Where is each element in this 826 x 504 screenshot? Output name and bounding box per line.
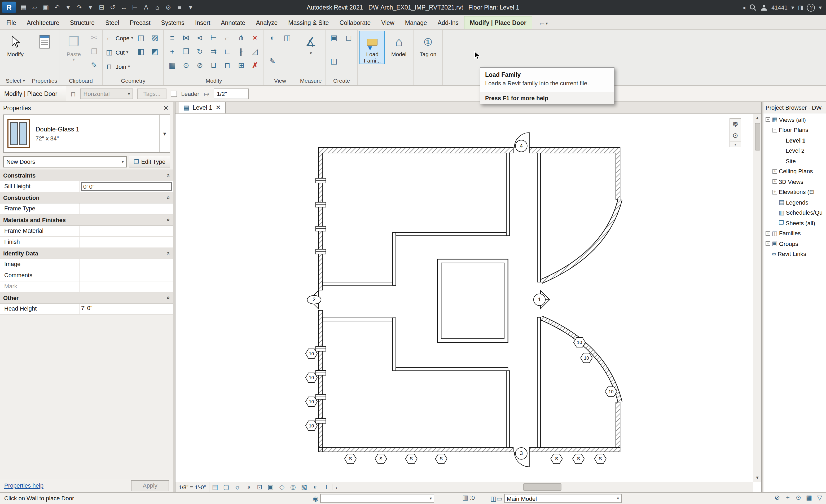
measure-icon[interactable]: ↔ (118, 4, 129, 11)
default-3d-view-icon[interactable]: ⌂ (152, 4, 163, 11)
select-pinned-icon[interactable]: ⊙ (793, 494, 804, 501)
expand-box-icon[interactable]: + (766, 241, 770, 246)
leader-checkbox[interactable] (170, 90, 177, 97)
collapse-arrow-icon[interactable]: ◂ (743, 4, 746, 11)
view-tab-level-1[interactable]: ▤ Level 1 ✕ (179, 102, 226, 113)
press-drag-icon[interactable]: + (782, 494, 793, 501)
property-value[interactable] (79, 281, 173, 292)
sync-icon[interactable]: ↺ (107, 4, 118, 11)
tags-button[interactable]: Tags... (137, 88, 167, 99)
property-group-header[interactable]: Constraints« (0, 170, 173, 181)
constraints-icon[interactable]: ⊥ (321, 483, 332, 491)
tab-view[interactable]: View (376, 16, 400, 29)
scrollbar-thumb[interactable] (523, 483, 562, 491)
tree-item-level-2[interactable]: Level 2 (763, 145, 826, 156)
tree-item-ceiling-plans[interactable]: +Ceiling Plans (763, 166, 826, 177)
revit-logo-icon[interactable]: R (2, 2, 16, 13)
collapse-chevron-icon[interactable]: « (165, 174, 172, 177)
tab-structure[interactable]: Structure (65, 16, 100, 29)
load-family-button[interactable]: ▼ Load Fami... (360, 31, 385, 64)
expand-box-icon[interactable]: + (772, 169, 777, 174)
copy-icon[interactable]: ❐ (87, 45, 101, 58)
collapse-chevron-icon[interactable]: « (165, 218, 172, 222)
cope-button[interactable]: ⌐Cope▾ (105, 31, 133, 45)
navbar-more-icon[interactable]: ▾ (730, 141, 741, 147)
filter-select[interactable]: New Doors▾ (3, 156, 127, 167)
unpin-icon[interactable]: ⊘ (193, 58, 206, 72)
type-selector[interactable]: Double-Glass 1 72" x 84" ▾ (3, 115, 170, 152)
property-group-header[interactable]: Materials and Finishes« (0, 215, 173, 226)
collapse-box-icon[interactable]: − (766, 117, 770, 122)
username[interactable]: 41441 (771, 4, 787, 11)
tree-item-sheets-all-[interactable]: ❐Sheets (all) (763, 218, 826, 228)
thin-lines-icon[interactable]: ≡ (174, 4, 185, 11)
detail-level-icon[interactable]: ▤ (210, 483, 221, 491)
tree-item-legends[interactable]: ▤Legends (763, 197, 826, 207)
scroll-up-icon[interactable]: ▲ (753, 114, 761, 122)
door-symbols[interactable] (309, 133, 550, 467)
modify-button[interactable]: Modify (3, 31, 28, 58)
properties-help-link[interactable]: Properties help (4, 482, 44, 489)
hidden-elements-icon[interactable]: ◐ (266, 31, 279, 45)
copy-element-icon[interactable]: ❐ (179, 45, 193, 58)
active-option-icon[interactable]: ▭ (496, 495, 503, 502)
align-icon[interactable]: ≡ (166, 31, 179, 45)
create-similar-icon[interactable]: ◻ (342, 31, 355, 45)
beam-cope-icon[interactable]: ⊓ (221, 58, 234, 72)
tree-item-3d-views[interactable]: +3D Views (763, 177, 826, 187)
property-value[interactable] (79, 259, 173, 270)
interior-walls[interactable] (322, 153, 540, 448)
tab-architecture[interactable]: Architecture (21, 16, 65, 29)
demolish-icon[interactable]: ▨ (148, 31, 162, 45)
model-in-place-button[interactable]: ⌂ Model (386, 31, 412, 58)
tree-item-site[interactable]: Site (763, 156, 826, 166)
scrollbar-thumb[interactable] (755, 123, 760, 150)
aligned-dimension-icon[interactable]: ⊢ (129, 4, 140, 11)
leader-width-input[interactable]: 1/2" (214, 88, 249, 99)
active-workset-select[interactable]: ▾ (320, 494, 434, 503)
view-scale[interactable]: 1/8" = 1'-0" (175, 482, 210, 492)
collapse-chevron-icon[interactable]: « (165, 252, 172, 255)
vertical-scrollbar[interactable]: ▲ ▼ (753, 114, 761, 482)
expand-box-icon[interactable]: + (772, 190, 777, 194)
crop-region-icon[interactable]: ▣ (265, 483, 276, 491)
zoom-icon[interactable]: ⊙ (730, 130, 741, 141)
delete-icon[interactable]: × (248, 31, 261, 45)
design-options-icon[interactable]: ◫ (490, 495, 496, 502)
cutaway-icon[interactable]: ◫ (281, 31, 294, 45)
property-group-header[interactable]: Construction« (0, 192, 173, 203)
undo-icon[interactable]: ↶ (51, 4, 63, 11)
tab-add-ins[interactable]: Add-Ins (432, 16, 464, 29)
print-icon[interactable]: ⊟ (96, 4, 107, 11)
edit-type-button[interactable]: ❐Edit Type (129, 156, 170, 168)
tab-analyze[interactable]: Analyze (250, 16, 283, 29)
properties-toggle-button[interactable] (32, 31, 57, 51)
create-assembly-icon[interactable]: ◫ (328, 54, 341, 68)
tree-item-views-all-[interactable]: −▦Views (all) (763, 115, 826, 125)
extend-icon[interactable]: ⊢ (207, 31, 220, 45)
collapse-chevron-icon[interactable]: « (165, 296, 172, 300)
expand-box-icon[interactable]: + (766, 231, 770, 236)
text-icon[interactable]: A (140, 4, 152, 11)
property-group-header[interactable]: Identity Data« (0, 248, 173, 259)
ribbon-display-toggle[interactable]: ▭▾ (536, 18, 551, 29)
property-value[interactable] (79, 270, 173, 281)
visual-style-icon[interactable]: ▢ (221, 483, 232, 491)
paint-icon[interactable]: ◧ (134, 45, 148, 58)
match-type-icon[interactable]: ✎ (87, 58, 101, 72)
tab-annotate[interactable]: Annotate (216, 16, 250, 29)
join-geometry-icon[interactable]: ⊞ (235, 58, 248, 72)
tree-item-elevations-el[interactable]: +Elevations (El (763, 187, 826, 197)
editable-only-icon[interactable]: ▥ (462, 494, 468, 501)
horizontal-scrollbar[interactable] (340, 482, 753, 492)
search-icon[interactable] (749, 4, 757, 11)
join-button[interactable]: ⊓Join▾ (105, 59, 133, 74)
scroll-left-icon[interactable]: ‹ (332, 484, 340, 490)
mirror-pick-axis-icon[interactable]: ⋈ (179, 31, 193, 45)
property-value[interactable] (79, 237, 173, 248)
tree-item-level-1[interactable]: Level 1 (763, 135, 826, 145)
split-with-gap-icon[interactable]: ∦ (235, 45, 248, 58)
worksharing-status-icon[interactable]: ◉ (313, 495, 318, 502)
collapse-box-icon[interactable]: − (772, 128, 777, 132)
tab-collaborate[interactable]: Collaborate (334, 16, 376, 29)
